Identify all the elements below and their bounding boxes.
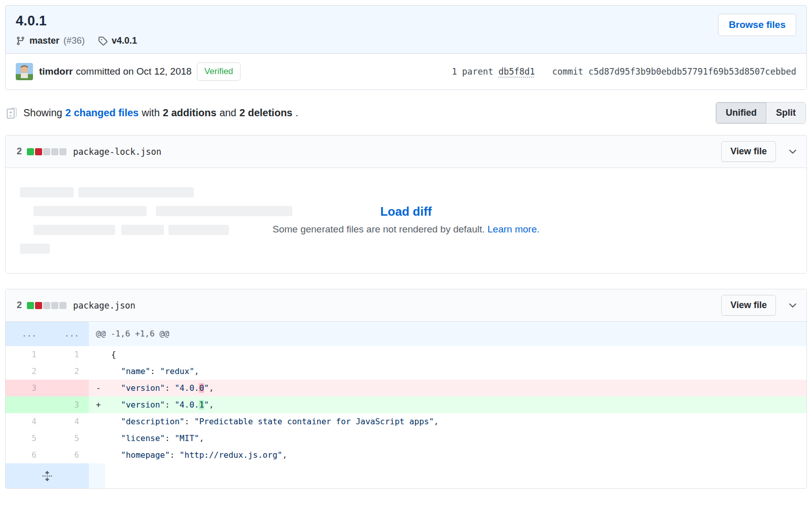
parent-group: 1 parent db5f8d1 (452, 66, 535, 77)
load-diff-block: Load diff Some generated files are not r… (6, 204, 806, 234)
commit-header-card: 4.0.1 Browse files master (#36) v4.0.1 (5, 5, 807, 90)
line-number-new[interactable] (48, 380, 89, 396)
branch-row: master (#36) v4.0.1 (16, 36, 796, 46)
branch-name[interactable]: master (29, 36, 59, 46)
load-diff-button[interactable]: Load diff (6, 204, 806, 218)
diffstat-squares (27, 148, 66, 155)
line-number-new[interactable]: 3 (48, 396, 89, 413)
file-actions: View file (721, 295, 798, 316)
chevron-down-icon[interactable] (787, 300, 798, 311)
unified-toggle-button[interactable]: Unified (716, 103, 766, 123)
code-token (111, 366, 121, 376)
commit-refs: 1 parent db5f8d1 commit c5d87d95f3b9b0eb… (452, 66, 796, 77)
line-number-old[interactable]: 4 (6, 413, 48, 430)
code-token (111, 383, 121, 393)
code-cell: + "version": "4.0.1", (89, 396, 806, 413)
file-diff-icon (6, 107, 18, 119)
load-diff-message-text: Some generated files are not rendered by… (273, 223, 485, 234)
pull-request-ref[interactable]: (#36) (63, 36, 85, 46)
code-token: " (204, 383, 209, 393)
tag-group: v4.0.1 (98, 36, 137, 46)
commit-group: commit c5d87d95f3b9b0ebdb57791f69b53d850… (552, 66, 796, 77)
browse-files-button[interactable]: Browse files (718, 14, 796, 36)
line-number-old[interactable] (6, 396, 48, 413)
line-number-old[interactable]: 1 (6, 346, 48, 363)
author-login[interactable]: timdorr (39, 66, 73, 77)
view-file-button[interactable]: View file (721, 141, 776, 162)
parent-sha-link[interactable]: db5f8d1 (498, 66, 535, 77)
expander-gutter-strip (89, 463, 105, 488)
skeleton-bar (20, 187, 74, 197)
diffstat-square-add (27, 148, 34, 155)
diffstat-toolbar: Showing 2 changed files with 2 additions… (6, 102, 806, 124)
line-number-new[interactable]: 5 (48, 430, 89, 447)
code-token: "name" (121, 366, 150, 376)
code-token (111, 400, 121, 410)
file-name[interactable]: package-lock.json (73, 147, 161, 157)
hunk-gutter-old[interactable]: ... (6, 322, 48, 346)
chevron-down-icon[interactable] (787, 146, 798, 157)
learn-more-link[interactable]: Learn more. (488, 223, 539, 234)
code-token: , (199, 433, 204, 443)
diff-sign: - (96, 380, 111, 396)
diff-line-context: 66 "homepage": "http://redux.js.org", (6, 447, 806, 463)
file-name[interactable]: package.json (73, 300, 136, 311)
diff-sign: + (96, 396, 111, 413)
changed-files-link[interactable]: 2 changed files (65, 107, 139, 119)
additions-count: 2 additions (163, 107, 217, 119)
diffstat-square-neutral (51, 302, 58, 309)
hunk-header-text: @@ -1,6 +1,6 @@ (89, 322, 806, 346)
avatar[interactable] (16, 63, 33, 80)
code-token (111, 450, 121, 460)
code-token: : (165, 383, 175, 393)
changed-char: 1 (199, 400, 204, 410)
file-actions: View file (721, 141, 798, 162)
code-token: "4.0. (175, 383, 199, 393)
code-token: : (185, 417, 194, 426)
diff-line-add: 3+ "version": "4.0.1", (6, 396, 806, 413)
code-token: , (282, 450, 287, 460)
file-header: 2 package.json View file (6, 289, 806, 322)
parent-label: 1 parent (452, 66, 493, 77)
diffstat-square-add (27, 302, 34, 309)
code-token: , (194, 366, 199, 376)
showing-prefix: Showing (23, 107, 62, 119)
diffstat-summary: Showing 2 changed files with 2 additions… (23, 107, 298, 119)
diff-lines: 11{22 "name": "redux",3- "version": "4.0… (6, 346, 806, 463)
line-number-old[interactable]: 3 (6, 380, 48, 396)
hunk-header-row: ... ... @@ -1,6 +1,6 @@ (6, 322, 806, 346)
code-token: "version" (121, 400, 165, 410)
verified-badge[interactable]: Verified (197, 62, 241, 81)
code-cell: - "version": "4.0.0", (89, 380, 806, 396)
diff-view-toggle: Unified Split (716, 102, 806, 124)
code-token: " (204, 400, 209, 410)
diffstat-square-del (35, 302, 42, 309)
diffstat-square-neutral (59, 148, 66, 155)
code-token: "http://redux.js.org" (180, 450, 282, 460)
line-number-new[interactable]: 6 (48, 447, 89, 463)
diff-line-context: 11{ (6, 346, 806, 363)
line-number-new[interactable]: 2 (48, 363, 89, 380)
tag-icon (98, 36, 108, 46)
code-cell: "homepage": "http://redux.js.org", (89, 447, 806, 463)
diff-line-context: 22 "name": "redux", (6, 363, 806, 380)
tag-name[interactable]: v4.0.1 (112, 36, 137, 46)
split-toggle-button[interactable]: Split (766, 103, 805, 123)
line-number-old[interactable]: 2 (6, 363, 48, 380)
line-number-old[interactable]: 5 (6, 430, 48, 447)
line-number-new[interactable]: 4 (48, 413, 89, 430)
diffstat-square-neutral (59, 302, 66, 309)
showing-with: with (142, 107, 160, 119)
code-token: "version" (121, 383, 165, 393)
line-number-old[interactable]: 6 (6, 447, 48, 463)
code-token: : (150, 366, 160, 376)
commit-meta-bar: timdorr committed on Oct 12, 2018 Verifi… (6, 54, 806, 89)
unfold-icon (42, 470, 53, 482)
hunk-gutter-new[interactable]: ... (48, 322, 89, 346)
code-token: : (165, 433, 175, 443)
line-number-new[interactable]: 1 (48, 346, 89, 363)
code-cell: "description": "Predictable state contai… (89, 413, 806, 430)
view-file-button[interactable]: View file (721, 295, 776, 316)
expand-diff-button[interactable] (6, 463, 89, 488)
expander-code-area (105, 463, 806, 488)
